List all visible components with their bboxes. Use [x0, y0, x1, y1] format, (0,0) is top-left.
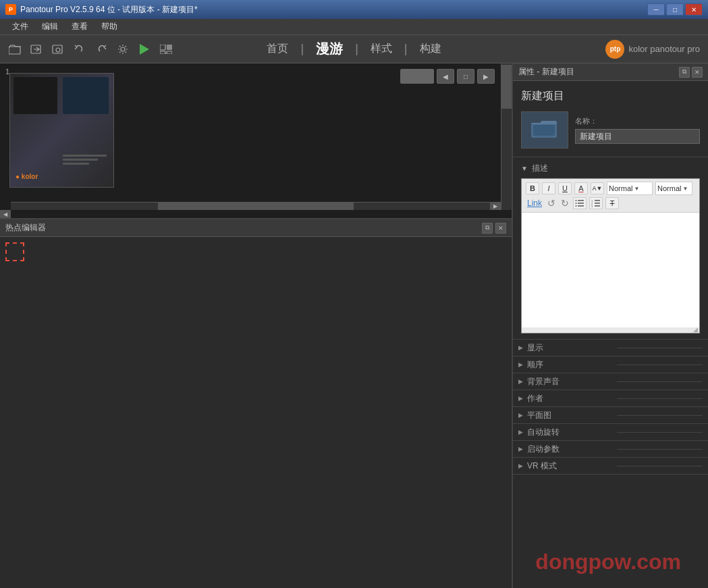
logo-icon: ptp	[605, 40, 624, 59]
menu-file[interactable]: 文件	[5, 20, 35, 34]
thumb-content: ● kolor	[10, 74, 113, 187]
open-icon[interactable]	[5, 40, 24, 59]
vertical-scrollbar[interactable]	[501, 63, 512, 210]
svg-rect-6	[160, 45, 165, 50]
svg-rect-0	[9, 47, 20, 54]
build-icon[interactable]	[157, 40, 175, 59]
underline-button[interactable]: U	[558, 182, 572, 194]
hotspot-close-btn[interactable]: ✕	[495, 223, 506, 234]
bg-sound-label: 背景声音	[527, 376, 613, 387]
vr-mode-label: VR 模式	[527, 460, 613, 472]
link-button[interactable]: Link	[526, 198, 543, 208]
svg-point-15	[576, 200, 577, 201]
project-info: 名称：	[521, 111, 700, 149]
font-color-label: A	[578, 184, 583, 192]
maximize-button[interactable]: □	[666, 3, 684, 16]
prev-panorama[interactable]: ◀	[437, 69, 454, 84]
menu-edit[interactable]: 编辑	[35, 20, 65, 34]
tab-home[interactable]: 首页	[254, 38, 300, 60]
bg-sound-header[interactable]: ▶ 背景声音	[513, 373, 708, 390]
svg-rect-7	[167, 45, 172, 50]
svg-marker-5	[140, 44, 149, 55]
vr-mode-line	[617, 466, 703, 466]
svg-rect-9	[167, 51, 172, 54]
view-square[interactable]: □	[457, 69, 474, 84]
flatmap-header[interactable]: ▶ 平面图	[513, 407, 708, 423]
panel-close-btn[interactable]: ✕	[692, 67, 703, 78]
font-size-2-arrow: ▼	[682, 186, 688, 192]
start-params-header[interactable]: ▶ 启动参数	[513, 441, 708, 457]
redo-icon[interactable]	[92, 40, 111, 59]
auto-rotate-label: 自动旋转	[527, 427, 613, 438]
description-text-area[interactable]	[522, 213, 699, 327]
horizontal-scrollbar[interactable]	[11, 202, 501, 210]
tab-style[interactable]: 样式	[358, 38, 404, 60]
undo-button[interactable]: ↺	[546, 198, 557, 209]
scroll-left-arrow[interactable]: ◀	[0, 210, 11, 218]
auto-rotate-line	[617, 432, 703, 433]
tab-build[interactable]: 构建	[408, 38, 454, 60]
menu-view[interactable]: 查看	[65, 20, 94, 34]
settings-icon[interactable]	[113, 40, 132, 59]
description-section: ▼ 描述 B I U A A▼	[513, 157, 708, 340]
hotspot-editor-controls: ⧉ ✕	[482, 223, 506, 234]
thumb-line-1	[63, 155, 107, 157]
vr-mode-section: ▶ VR 模式	[513, 458, 708, 475]
main-toolbar: 首页 | 漫游 | 样式 | 构建 ptp kolor panotour pro	[0, 35, 708, 63]
clear-format-button[interactable]: T	[605, 197, 619, 209]
tab-tour[interactable]: 漫游	[304, 36, 355, 62]
panel-float-btn[interactable]: ⧉	[679, 67, 690, 78]
author-label: 作者	[527, 393, 613, 404]
view-button-1[interactable]	[400, 69, 434, 84]
play-icon[interactable]	[135, 40, 154, 59]
svg-point-3	[56, 48, 60, 52]
thumb-blue-area	[63, 77, 109, 114]
folder-icon	[531, 117, 558, 143]
viewer-top-controls: ◀ □ ▶	[118, 69, 495, 84]
ordered-list-button[interactable]: 123	[589, 197, 603, 209]
resize-icon: ◢	[693, 326, 698, 333]
order-header[interactable]: ▶ 顺序	[513, 356, 708, 373]
svg-text:3: 3	[591, 205, 593, 207]
import-icon[interactable]	[27, 40, 46, 59]
undo-icon[interactable]	[70, 40, 89, 59]
display-header[interactable]: ▶ 显示	[513, 340, 708, 356]
close-button[interactable]: ✕	[685, 3, 703, 16]
desc-toolbar-row-1: B I U A A▼ Normal ▼	[526, 182, 695, 195]
left-panel: 1 ● kolor ◀ □ ▶	[0, 63, 512, 588]
italic-button[interactable]: I	[542, 182, 555, 194]
minimize-button[interactable]: ─	[647, 3, 665, 16]
project-name-label: 名称：	[575, 116, 700, 126]
auto-rotate-arrow: ▶	[518, 429, 523, 435]
menu-help[interactable]: 帮助	[94, 20, 124, 34]
scroll-right-arrow[interactable]: ▶	[490, 202, 501, 210]
order-line	[617, 365, 703, 365]
project-name-input[interactable]	[575, 129, 700, 144]
author-header[interactable]: ▶ 作者	[513, 390, 708, 406]
hotspot-float-btn[interactable]: ⧉	[482, 223, 493, 234]
desc-collapse-arrow: ▼	[521, 165, 528, 172]
auto-rotate-header[interactable]: ▶ 自动旋转	[513, 424, 708, 440]
redo-button[interactable]: ↻	[560, 198, 570, 209]
svg-point-4	[121, 47, 125, 51]
vr-mode-header[interactable]: ▶ VR 模式	[513, 458, 708, 474]
display-arrow: ▶	[518, 344, 523, 351]
hotspot-editor-header: 热点编辑器 ⧉ ✕	[0, 219, 512, 237]
panorama-viewer: 1 ● kolor ◀ □ ▶	[0, 63, 512, 219]
next-panorama[interactable]: ▶	[477, 69, 495, 84]
unordered-list-button[interactable]	[573, 197, 587, 209]
export-icon[interactable]	[49, 40, 67, 59]
project-thumbnail	[521, 111, 568, 149]
resize-handle-area[interactable]: ◢	[522, 327, 699, 333]
font-size-dropdown-1[interactable]: Normal ▼	[607, 182, 653, 195]
highlight-button[interactable]: A▼	[591, 182, 604, 194]
font-size-dropdown-2[interactable]: Normal ▼	[655, 182, 692, 195]
font-color-button[interactable]: A	[574, 182, 588, 194]
hotspot-selection-box	[5, 242, 24, 261]
scrollbar-thumb-v	[501, 65, 512, 109]
svg-rect-8	[160, 51, 165, 54]
panorama-thumbnail[interactable]: ● kolor	[9, 73, 114, 188]
bold-button[interactable]: B	[526, 182, 539, 194]
hotspot-content	[0, 237, 512, 267]
svg-rect-11	[533, 125, 555, 136]
